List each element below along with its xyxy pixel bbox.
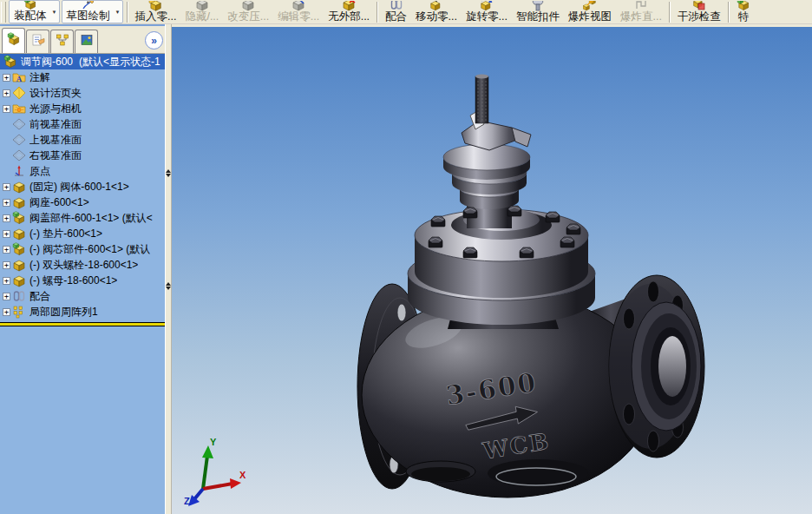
tree-item-valve-core-assembly[interactable]: +(-) 阀芯部件-600<1> (默认: [0, 241, 165, 257]
tab-propertymanager[interactable]: [26, 30, 49, 53]
expand-icon[interactable]: +: [3, 246, 10, 254]
tree-item-label: 局部圆周阵列1: [29, 305, 98, 320]
exploded-view-button[interactable]: 爆炸视图: [564, 0, 616, 23]
tree-item-annotations[interactable]: +A注解: [0, 69, 165, 85]
tree-item-label: 原点: [29, 164, 50, 179]
toolbar-grip[interactable]: [1, 2, 6, 23]
tree-item-origin[interactable]: 原点: [0, 163, 165, 179]
edit-component-button: 编辑零...: [273, 0, 324, 23]
tree-item-valve-seat[interactable]: +阀座-600<1>: [0, 194, 165, 210]
part-icon: [12, 273, 27, 287]
svg-text:A: A: [16, 75, 23, 83]
dropdown-arrow-icon[interactable]: ▼: [52, 10, 57, 15]
expand-icon[interactable]: +: [3, 74, 10, 82]
tree-item-label: (-) 双头螺栓-18-600<1>: [29, 258, 138, 273]
graphics-viewport[interactable]: 3-600 WCB: [172, 24, 812, 514]
solidworks-window: 装配体▼草图绘制▼插入零...隐藏/...改变压...编辑零...无外部...配…: [0, 0, 812, 514]
tree-item-label: 阀座-600<1>: [29, 195, 89, 210]
toolbar-separator: [377, 2, 378, 23]
no-external-ref-button[interactable]: 无外部...: [324, 0, 374, 23]
expand-icon[interactable]: +: [3, 261, 10, 269]
tree-item-label: 上视基准面: [29, 133, 82, 148]
subassembly-icon: [12, 211, 27, 225]
tab-displaymanager[interactable]: [75, 30, 98, 53]
tree-item-label: 配合: [29, 289, 50, 304]
toolbar-separator: [728, 2, 730, 23]
panel-expand-button[interactable]: »: [145, 31, 163, 49]
expand-icon[interactable]: +: [3, 105, 10, 113]
panel-splitter[interactable]: [165, 24, 172, 514]
tree-item-config-suffix: (默认<显示状态-1: [79, 55, 160, 69]
part-icon: [12, 195, 27, 209]
tree-item-label: (-) 螺母-18-600<1>: [29, 273, 117, 288]
expand-icon[interactable]: +: [3, 183, 10, 191]
toolbar-separator: [127, 2, 128, 23]
tree-item-label: (-) 阀芯部件-600<1> (默认: [29, 242, 150, 257]
tree-scroll-up[interactable]: [166, 168, 171, 181]
panel-tab-bar: [0, 26, 165, 54]
insert-component-button[interactable]: 插入零...: [131, 0, 181, 23]
explode-line-button: 爆炸直...: [616, 0, 666, 23]
plane-icon: [12, 148, 27, 162]
expand-icon[interactable]: +: [3, 293, 10, 300]
tree-item-circular-pattern[interactable]: +局部圆周阵列1: [0, 304, 165, 320]
tree-item-label: 注解: [29, 70, 50, 85]
tab-display-icon: [80, 33, 94, 50]
hide-component-button: 隐藏/...: [180, 0, 223, 23]
tree-item-stud-bolt[interactable]: +(-) 双头螺栓-18-600<1>: [0, 257, 165, 273]
rollback-bar[interactable]: [0, 322, 165, 326]
design-binder-icon: [12, 86, 27, 100]
triad-x-label: X: [239, 470, 246, 480]
tree-item-design-binder[interactable]: +设计活页夹: [0, 85, 165, 101]
feature-tree: 调节阀-600(默认<显示状态-1+A注解+设计活页夹+光源与相机前视基准面上视…: [0, 54, 165, 514]
rotate-component-button[interactable]: 旋转零...: [462, 0, 512, 23]
scroll-down-icon: [166, 174, 171, 177]
tree-item-bonnet-assembly[interactable]: +阀盖部件-600-1<1> (默认<: [0, 210, 165, 226]
tree-scroll-down[interactable]: [166, 281, 171, 293]
dropdown-arrow-icon[interactable]: ▼: [115, 10, 121, 15]
tab-configurationmanager[interactable]: [50, 30, 74, 53]
tree-item-right-plane[interactable]: 右视基准面: [0, 148, 165, 163]
expand-icon[interactable]: +: [3, 308, 10, 316]
tab-featuremanager[interactable]: [2, 28, 25, 53]
mates-icon: [12, 289, 27, 303]
interference-check-button[interactable]: 干涉检查: [673, 0, 725, 23]
tree-item-front-plane[interactable]: 前视基准面: [0, 116, 165, 132]
triad-y-label: Y: [210, 437, 217, 447]
tree-item-valve-body[interactable]: +(固定) 阀体-600-1<1>: [0, 179, 165, 194]
origin-icon: [12, 164, 27, 178]
move-component-button[interactable]: 移动零...: [411, 0, 462, 23]
tree-item-label: 设计活页夹: [29, 86, 82, 101]
plane-icon: [12, 133, 27, 147]
tree-item-label: 右视基准面: [29, 148, 82, 163]
smart-fasteners-button[interactable]: 智能扣件: [512, 0, 564, 23]
expand-icon[interactable]: +: [3, 277, 10, 285]
expand-icon[interactable]: +: [3, 214, 10, 222]
tab-configurations-icon: [56, 33, 69, 50]
assembly-button[interactable]: 装配体▼: [9, 0, 60, 23]
tree-item-label: 光源与相机: [29, 102, 82, 116]
expand-icon[interactable]: +: [3, 199, 10, 207]
triad-z-label: Z: [184, 496, 190, 506]
tree-item-assembly-root[interactable]: 调节阀-600(默认<显示状态-1: [0, 54, 165, 69]
3d-model-control-valve[interactable]: 3-600 WCB: [172, 27, 812, 514]
tree-item-label: 前视基准面: [29, 117, 82, 132]
part-icon: [12, 258, 27, 272]
tree-item-nut[interactable]: +(-) 螺母-18-600<1>: [0, 273, 165, 288]
change-suppression-button: 改变压...: [223, 0, 273, 23]
expand-icon[interactable]: +: [3, 89, 10, 97]
tree-item-lights-cameras[interactable]: +光源与相机: [0, 101, 165, 116]
tab-properties-icon: [31, 33, 45, 50]
tree-item-mates[interactable]: +配合: [0, 288, 165, 304]
lights-cameras-icon: [12, 102, 27, 115]
mate-button[interactable]: 配合: [381, 0, 411, 23]
tree-item-top-plane[interactable]: 上视基准面: [0, 132, 165, 148]
part-icon: [12, 180, 27, 194]
tree-item-gasket[interactable]: +(-) 垫片-600<1>: [0, 226, 165, 241]
features-button[interactable]: 特: [732, 0, 755, 23]
sketch-button[interactable]: 草图绘制▼: [62, 0, 123, 23]
expand-icon[interactable]: +: [3, 230, 10, 238]
plane-icon: [12, 117, 27, 131]
toolbar: 装配体▼草图绘制▼插入零...隐藏/...改变压...编辑零...无外部...配…: [0, 0, 812, 24]
featuremanager-panel: » 调节阀-600(默认<显示状态-1+A注解+设计活页夹+光源与相机前视基准面…: [0, 24, 165, 514]
